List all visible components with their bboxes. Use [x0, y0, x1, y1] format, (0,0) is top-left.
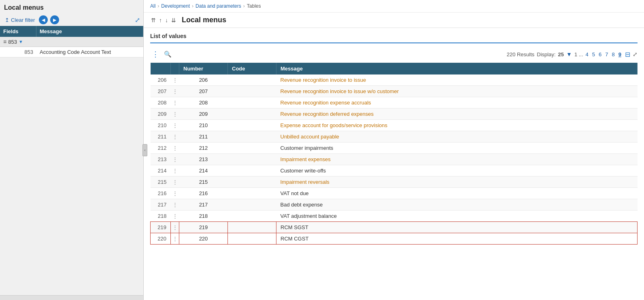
row-dots[interactable]: ⋮: [171, 143, 179, 154]
row-number: 218: [179, 211, 228, 222]
row-num: 214: [151, 165, 171, 177]
row-dots[interactable]: ⋮: [171, 199, 179, 211]
toolbar-search-button[interactable]: 🔍: [164, 51, 172, 58]
collapse-handle[interactable]: ‹: [142, 144, 147, 156]
row-number: 209: [179, 109, 228, 120]
row-message: Bad debt expense: [276, 199, 638, 211]
row-number: 216: [179, 188, 228, 199]
breadcrumb-sep-2: ›: [192, 3, 193, 9]
row-message: RCM SGST: [276, 222, 638, 233]
row-dots[interactable]: ⋮: [171, 188, 179, 199]
row-num: 209: [151, 109, 171, 120]
sort-top-button[interactable]: ⇈: [150, 17, 157, 24]
row-num: 217: [151, 199, 171, 211]
pagination-ellipsis: 1 ...: [574, 51, 583, 57]
row-number: 220: [179, 233, 228, 245]
row-code: [228, 211, 276, 222]
row-code: [228, 165, 276, 177]
breadcrumb-all[interactable]: All: [150, 3, 155, 9]
left-data-row: 853 Accounting Code Account Text: [0, 47, 143, 57]
sort-down-button[interactable]: ↓: [164, 17, 169, 24]
left-filter-cell-num: ≡ 853 ▼: [0, 37, 36, 47]
row-num: 220: [151, 233, 171, 245]
row-number: 212: [179, 143, 228, 154]
filter-icon: ↥: [5, 17, 9, 23]
left-panel-title: Local menus: [0, 0, 143, 14]
layers-button[interactable]: ⊟: [625, 51, 630, 58]
breadcrumb-development[interactable]: Development: [161, 3, 190, 9]
data-table-wrapper[interactable]: Number Code Message 206 ⋮ 206 Revenue re…: [150, 63, 638, 295]
breadcrumb-tables: Tables: [247, 3, 261, 9]
page-6-button[interactable]: 6: [597, 51, 603, 58]
row-dots[interactable]: ⋮: [171, 222, 179, 233]
row-message: Impairment expenses: [276, 154, 638, 165]
col-header-dots: [171, 63, 179, 74]
row-code: [228, 143, 276, 154]
row-message: VAT not due: [276, 188, 638, 199]
pagination-pages: 1 ... 4 5 6 7 8 9: [574, 51, 623, 58]
col-header-message: Message: [276, 63, 638, 74]
row-message: Customer impairments: [276, 143, 638, 154]
left-col-message: Message: [36, 26, 143, 37]
pagination-dropdown-button[interactable]: ▼: [566, 51, 572, 57]
row-num: 219: [151, 222, 171, 233]
row-dots[interactable]: ⋮: [171, 177, 179, 188]
nav-prev-button[interactable]: ◀: [39, 15, 48, 24]
main-content: List of values ⋮ 🔍 220 Results Display: …: [144, 28, 644, 300]
col-header-number: Number: [179, 63, 228, 74]
table-row: 212 ⋮ 212 Customer impairments: [151, 143, 638, 154]
row-dots[interactable]: ⋮: [171, 97, 179, 109]
row-code: [228, 131, 276, 143]
page-title-row: ⇈ ↑ ↓ ⇊ Local menus: [144, 13, 644, 28]
row-dots[interactable]: ⋮: [171, 233, 179, 245]
sort-bottom-button[interactable]: ⇊: [170, 17, 177, 24]
page-4-button[interactable]: 4: [584, 51, 590, 58]
page-8-button[interactable]: 8: [611, 51, 616, 58]
breadcrumb-sep-3: ›: [243, 3, 245, 9]
row-num: 218: [151, 211, 171, 222]
row-num: 216: [151, 188, 171, 199]
row-message: Revenue recognition deferred expenses: [276, 109, 638, 120]
sort-up-button[interactable]: ↑: [158, 17, 163, 24]
fullscreen-button[interactable]: ⤢: [633, 51, 638, 57]
row-dots[interactable]: ⋮: [171, 211, 179, 222]
row-dots[interactable]: ⋮: [171, 131, 179, 143]
left-panel-toolbar: ↥ Clear filter ◀ ▶ ⤢: [0, 14, 143, 26]
clear-filter-button[interactable]: ↥ Clear filter: [3, 16, 36, 24]
row-dots[interactable]: ⋮: [171, 74, 179, 86]
row-dots[interactable]: ⋮: [171, 109, 179, 120]
page-5-button[interactable]: 5: [591, 51, 596, 58]
left-bottom-scrollbar[interactable]: [0, 295, 143, 300]
breadcrumb-sep-1: ›: [157, 3, 159, 9]
row-message: Revenue recognition invoice to issue w/o…: [276, 86, 638, 97]
breadcrumb-data-params[interactable]: Data and parameters: [196, 3, 241, 9]
results-count: 220 Results: [507, 51, 535, 57]
row-dots[interactable]: ⋮: [171, 86, 179, 97]
clear-filter-label: Clear filter: [11, 17, 35, 23]
expand-panel-button[interactable]: ⤢: [135, 16, 140, 24]
table-row: 210 ⋮ 210 Expense account for goods/serv…: [151, 120, 638, 131]
row-dots[interactable]: ⋮: [171, 154, 179, 165]
row-message: Customer write-offs: [276, 165, 638, 177]
row-number: 207: [179, 86, 228, 97]
row-number: 213: [179, 154, 228, 165]
table-row: 206 ⋮ 206 Revenue recognition invoice to…: [151, 74, 638, 86]
row-code: [228, 109, 276, 120]
row-code: [228, 86, 276, 97]
row-message: Expense account for goods/service provis…: [276, 120, 638, 131]
row-dots[interactable]: ⋮: [171, 120, 179, 131]
table-row: 219 ⋮ 219 RCM SGST: [151, 222, 638, 233]
page-9-button[interactable]: 9: [617, 51, 623, 58]
row-code: [228, 97, 276, 109]
page-7-button[interactable]: 7: [604, 51, 609, 58]
row-num: 207: [151, 86, 171, 97]
nav-next-button[interactable]: ▶: [50, 15, 59, 24]
row-number: 208: [179, 97, 228, 109]
toolbar-options-button[interactable]: ⋮: [150, 50, 161, 59]
row-dots[interactable]: ⋮: [171, 165, 179, 177]
row-code: [228, 120, 276, 131]
row-code: [228, 233, 276, 245]
search-icon: 🔍: [164, 51, 172, 57]
left-filter-cell-msg: [36, 37, 143, 47]
row-num: 210: [151, 120, 171, 131]
